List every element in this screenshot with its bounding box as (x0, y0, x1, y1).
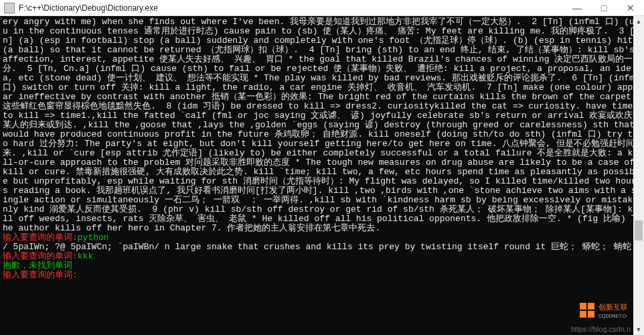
app-window: F:\c++\Dictionary\Debug\Dictionary.exe —… (0, 0, 644, 335)
watermark: https://blog.csdn.n (571, 325, 631, 333)
brand-logo: 创新互联 CQDDNET.COM (580, 302, 627, 320)
prompt-label-3: 输入要查询的单词: (3, 270, 78, 280)
app-icon (4, 3, 15, 13)
scroll-track[interactable] (633, 27, 644, 324)
scroll-down-button[interactable]: ▼ (633, 324, 644, 335)
vertical-scrollbar[interactable]: ▲ ▼ (633, 16, 644, 335)
error-message: 抱歉，未找到单词 (3, 261, 72, 271)
prompt-label-1: 输入要查询的单词: (3, 232, 78, 243)
svg-rect-0 (580, 303, 586, 310)
prompt-label-2: 输入要查询的单词: (3, 251, 78, 261)
close-button[interactable]: ✕ (617, 0, 644, 15)
dictionary-output: ery angry with me) when she finds out wh… (3, 17, 644, 233)
svg-text:CQDDNET.COM: CQDDNET.COM (598, 314, 627, 319)
titlebar[interactable]: F:\c++\Dictionary\Debug\Dictionary.exe —… (0, 0, 644, 16)
maximize-button[interactable]: □ (590, 0, 617, 15)
query-result-1: / 5paIWn; ?@ 5paIWCn; `paIWBn/ n large s… (3, 242, 637, 252)
query-input-2[interactable]: kkk (78, 251, 93, 261)
scroll-thumb[interactable] (635, 220, 643, 241)
console-area[interactable]: ery angry with me) when she finds out wh… (0, 16, 644, 335)
svg-rect-3 (588, 311, 594, 318)
scroll-up-button[interactable]: ▲ (633, 16, 644, 27)
svg-rect-2 (580, 311, 586, 318)
window-title: F:\c++\Dictionary\Debug\Dictionary.exe (19, 3, 158, 13)
watermark-text: https://blog.csdn.n (571, 325, 631, 333)
svg-rect-1 (588, 303, 594, 310)
svg-text:创新互联: 创新互联 (598, 303, 627, 311)
query-input-1[interactable]: python (78, 232, 109, 243)
minimize-button[interactable]: — (564, 0, 590, 15)
